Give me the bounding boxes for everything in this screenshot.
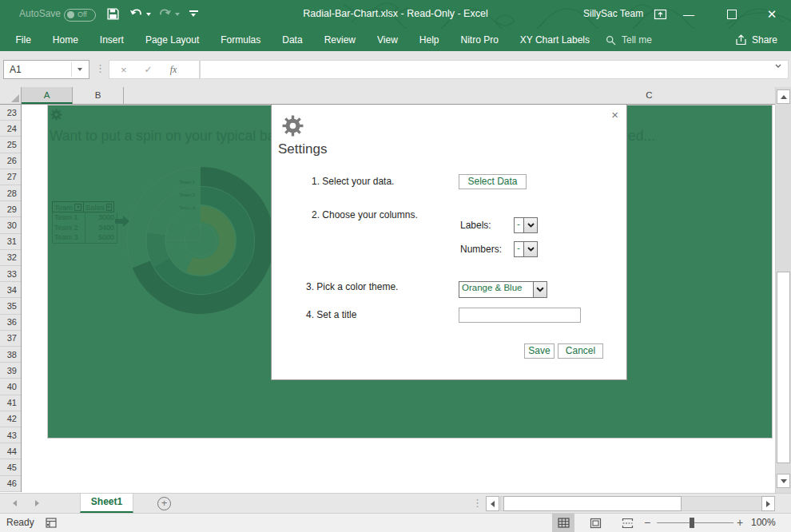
expand-formula-bar-icon[interactable] — [775, 64, 781, 69]
step-select-data-label: 1. Select your data. — [312, 176, 394, 187]
numbers-select-chevron-icon[interactable] — [523, 242, 537, 256]
right-block-arrow-icon — [115, 214, 130, 228]
name-box-dropdown-icon[interactable] — [78, 68, 82, 71]
horizontal-scrollbar-thumb[interactable] — [503, 496, 682, 511]
ribbon-tab-nitro-pro[interactable]: Nitro Pro — [450, 29, 509, 51]
select-all-button[interactable] — [0, 87, 22, 104]
scroll-left-button[interactable] — [486, 496, 499, 511]
insert-function-icon[interactable]: fx — [170, 64, 177, 76]
tell-me-box[interactable]: Tell me — [606, 29, 652, 51]
up-triangle-icon — [781, 95, 787, 99]
share-label: Share — [752, 34, 777, 46]
row-header-35[interactable]: 35 — [0, 298, 21, 314]
row-header-23[interactable]: 23 — [0, 105, 21, 121]
ribbon-tab-view[interactable]: View — [367, 29, 409, 51]
row-header-36[interactable]: 36 — [0, 315, 21, 331]
row-header-41[interactable]: 41 — [0, 395, 21, 411]
row-header-27[interactable]: 27 — [0, 169, 21, 185]
tab-scroll-divider[interactable]: ⋮ — [472, 497, 483, 509]
row-header-42[interactable]: 42 — [0, 411, 21, 427]
row-header-43[interactable]: 43 — [0, 427, 21, 443]
page-break-preview-button[interactable] — [616, 514, 638, 532]
cancel-button[interactable]: Cancel — [558, 343, 603, 359]
row-header-30[interactable]: 30 — [0, 217, 21, 233]
normal-view-button[interactable] — [552, 514, 574, 532]
page-break-icon — [622, 518, 634, 529]
zoom-slider-track[interactable] — [657, 522, 733, 523]
column-header-a[interactable]: A — [22, 87, 73, 104]
row-header-29[interactable]: 29 — [0, 201, 21, 217]
ribbon-display-options-icon[interactable] — [654, 8, 667, 21]
dialog-close-icon[interactable]: × — [611, 108, 618, 121]
ribbon-tab-help[interactable]: Help — [408, 29, 450, 51]
name-box[interactable]: A1 — [3, 60, 89, 79]
row-header-37[interactable]: 37 — [0, 331, 21, 347]
row-header-26[interactable]: 26 — [0, 153, 21, 169]
zoom-in-button[interactable]: + — [737, 516, 743, 529]
template-gear-icon[interactable] — [50, 109, 62, 121]
zoom-level-label[interactable]: 100% — [751, 517, 776, 528]
new-sheet-button[interactable]: + — [157, 497, 171, 510]
row-header-24[interactable]: 24 — [0, 121, 21, 137]
row-header-38[interactable]: 38 — [0, 347, 21, 363]
row-header-39[interactable]: 39 — [0, 363, 21, 379]
ribbon-tab-home[interactable]: Home — [42, 29, 89, 51]
column-header-b[interactable]: B — [73, 87, 124, 104]
chart-series-label: Team 1 — [160, 180, 195, 185]
ribbon-tab-file[interactable]: File — [5, 29, 42, 51]
column-header-c[interactable]: C — [124, 87, 775, 104]
vertical-scrollbar[interactable] — [775, 87, 791, 493]
row-header-40[interactable]: 40 — [0, 379, 21, 395]
share-button[interactable]: Share — [735, 29, 777, 51]
color-theme-select[interactable]: Orange & Blue — [459, 281, 547, 298]
account-name[interactable]: SillySac Team — [583, 8, 643, 19]
cancel-entry-icon[interactable]: × — [121, 64, 127, 76]
chart-title-input[interactable] — [459, 308, 581, 323]
enter-entry-icon[interactable]: ✓ — [145, 64, 153, 75]
row-header-25[interactable]: 25 — [0, 137, 21, 153]
row-header-34[interactable]: 34 — [0, 282, 21, 298]
filter-dropdown-icon[interactable] — [74, 204, 81, 211]
dialog-title: Settings — [278, 141, 327, 157]
select-data-button[interactable]: Select Data — [459, 174, 527, 189]
sheet-tab-sheet1[interactable]: Sheet1 — [80, 494, 133, 513]
ribbon-tab-review[interactable]: Review — [313, 29, 366, 51]
scroll-up-button[interactable] — [777, 89, 790, 104]
color-theme-chevron-icon[interactable] — [533, 282, 547, 297]
table-cell: 3400 — [85, 223, 117, 233]
close-window-button[interactable]: ✕ — [756, 0, 788, 29]
ribbon-tab-data[interactable]: Data — [272, 29, 313, 51]
minimize-button[interactable]: — — [673, 0, 705, 29]
ribbon-tab-formulas[interactable]: Formulas — [210, 29, 272, 51]
zoom-slider-thumb[interactable] — [690, 518, 694, 528]
labels-select[interactable]: - — [514, 217, 538, 233]
row-header-33[interactable]: 33 — [0, 266, 21, 282]
step-choose-columns-label: 2. Choose your columns. — [312, 209, 418, 220]
settings-gear-icon — [282, 115, 304, 137]
macro-record-icon[interactable] — [46, 518, 58, 528]
previous-sheet-icon[interactable] — [13, 500, 17, 506]
ribbon-tab-xy-chart-labels[interactable]: XY Chart Labels — [509, 29, 600, 51]
row-header-46[interactable]: 46 — [0, 476, 21, 492]
next-sheet-icon[interactable] — [35, 500, 39, 506]
formula-input[interactable] — [200, 60, 789, 79]
row-header-32[interactable]: 32 — [0, 250, 21, 266]
page-layout-view-button[interactable] — [584, 514, 606, 532]
maximize-button[interactable] — [716, 0, 748, 29]
row-header-28[interactable]: 28 — [0, 185, 21, 201]
zoom-out-button[interactable]: − — [644, 516, 650, 529]
table-header-sales: Sales — [83, 201, 114, 212]
save-button[interactable]: Save — [524, 343, 554, 359]
labels-select-chevron-icon[interactable] — [523, 218, 537, 232]
row-header-44[interactable]: 44 — [0, 443, 21, 459]
row-header-45[interactable]: 45 — [0, 459, 21, 475]
scroll-down-button[interactable] — [777, 474, 790, 488]
status-ready-label: Ready — [6, 517, 34, 528]
vertical-scrollbar-thumb[interactable] — [777, 272, 790, 463]
ribbon-tab-page-layout[interactable]: Page Layout — [134, 29, 209, 51]
row-header-31[interactable]: 31 — [0, 234, 21, 250]
scroll-right-button[interactable] — [761, 496, 775, 511]
filter-dropdown-icon[interactable] — [106, 204, 112, 211]
ribbon-tab-insert[interactable]: Insert — [89, 29, 134, 51]
numbers-select[interactable]: - — [514, 241, 538, 257]
